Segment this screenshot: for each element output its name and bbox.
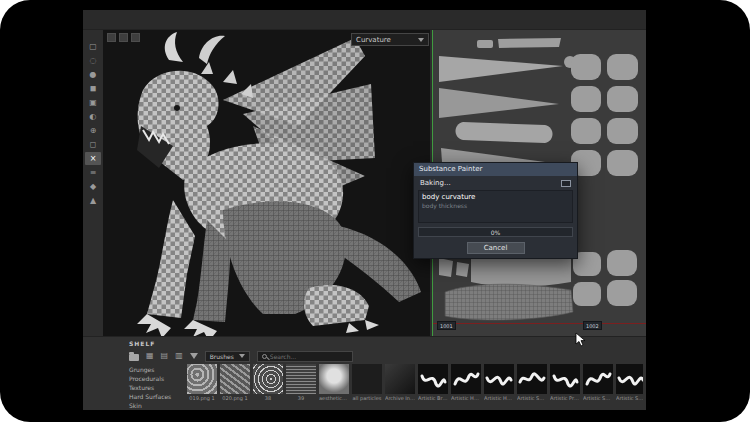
shelf-category-hard-surfaces[interactable]: Hard Surfaces [129,392,185,401]
chevron-down-icon [418,38,424,42]
shelf-category-textures[interactable]: Textures [129,383,185,392]
search-icon [262,354,267,359]
baking-status-text: Baking... [420,179,451,187]
top-menu-bar [83,10,646,30]
viewport-toolbar [107,33,140,42]
list-view-icon[interactable]: ▤ [161,351,169,361]
shelf-asset-label: Artistic Bru... [418,395,448,401]
tool-projection[interactable]: ▣ [85,96,101,109]
shelf-asset-preview [451,364,481,394]
shelf-asset[interactable]: Archive Inte... [385,364,415,401]
shelf-asset-label: 38 [253,395,283,401]
shelf-panel: SHELF ▦ ▤ ▥ Brushes GrungesProceduralsTe… [83,336,646,410]
tool-paint-brush[interactable]: ● [85,68,101,81]
asset-type-dropdown[interactable]: Brushes [205,351,250,362]
shelf-asset[interactable]: 019.png 1 [187,364,217,401]
shelf-asset-preview [286,364,316,394]
shelf-asset-label: Artistic Soft... [616,395,643,401]
folder-icon[interactable] [129,354,139,361]
shelf-asset[interactable]: Artistic Bru... [418,364,448,401]
shelf-asset-preview [385,364,415,394]
shelf-category-procedurals[interactable]: Procedurals [129,374,185,383]
bake-item-list: body curvature body thickness [418,190,573,223]
shelf-category-grunges[interactable]: Grunges [129,365,185,374]
shelf-asset[interactable]: 020.png 1 [220,364,250,401]
shelf-asset-label: 020.png 1 [220,395,250,401]
tool-eraser[interactable]: ◼ [85,82,101,95]
shelf-asset[interactable]: Artistic Soft... [517,364,547,401]
shelf-asset-preview [220,364,250,394]
shelf-category-skin[interactable]: Skin [129,401,185,410]
shelf-asset[interactable]: aesthetica... [319,364,349,401]
tool-polygon-fill[interactable]: ◐ [85,110,101,123]
shelf-asset-label: Archive Inte... [385,395,415,401]
tool-clone[interactable]: ◻ [85,138,101,151]
bake-counter-icon [561,180,571,187]
chevron-down-icon [239,354,245,358]
shelf-asset[interactable]: Artistic Hea... [484,364,514,401]
shelf-asset[interactable]: Artistic Hea... [451,364,481,401]
udim-tile-label: 1002 [583,321,602,330]
viewport-3d[interactable] [103,30,430,336]
tool-column: ▢◌●◼▣◐⊕◻×≡◆▲ [84,40,102,207]
channel-selector-label: Curvature [356,36,391,44]
shelf-asset[interactable]: Artistic Prin... [550,364,580,401]
shelf-asset[interactable]: 38 [253,364,283,401]
viewport-mode-icon[interactable] [107,33,116,42]
detail-view-icon[interactable]: ▥ [175,351,183,361]
shelf-asset-preview [253,364,283,394]
shelf-asset-label: Artistic Hea... [451,395,481,401]
shelf-asset-label: Artistic Prin... [550,395,580,401]
udim-tile-label: 1001 [437,321,456,330]
current-bake-item: body curvature [419,191,572,201]
mouse-cursor [575,332,586,347]
shelf-search[interactable] [257,351,353,362]
shelf-thumbnail-row: 019.png 1020.png 13839aesthetica...all p… [187,364,643,401]
shelf-title: SHELF [129,340,155,347]
shelf-asset-preview [319,364,349,394]
shelf-asset-label: Artistic Soft... [583,395,613,401]
screenshot-stage: Curvature ▢◌●◼▣◐⊕◻×≡◆▲ [0,0,750,422]
shelf-asset-label: 019.png 1 [187,395,217,401]
shelf-asset[interactable]: Artistic Soft... [583,364,613,401]
baking-dialog: Substance Painter Baking... body curvatu… [413,162,578,259]
shelf-asset-preview [616,364,643,394]
shelf-asset-label: 39 [286,395,316,401]
uv-tile-boundary-line [433,323,646,324]
tool-lasso[interactable]: ◌ [85,54,101,67]
shelf-toolbar: ▦ ▤ ▥ Brushes [129,349,353,363]
shelf-asset-preview [517,364,547,394]
viewport-camera-icon[interactable] [131,33,140,42]
channel-selector-dropdown[interactable]: Curvature [351,33,429,46]
shelf-asset[interactable]: 39 [286,364,316,401]
shelf-category-list: GrungesProceduralsTexturesHard SurfacesS… [129,365,185,410]
substance-painter-window: Curvature ▢◌●◼▣◐⊕◻×≡◆▲ [83,10,646,410]
shelf-asset[interactable]: all particles [352,364,382,401]
tool-geometry[interactable]: ▲ [85,194,101,207]
shelf-asset-preview [187,364,217,394]
viewport-shading-icon[interactable] [119,33,128,42]
dragon-model-render [103,30,430,336]
progress-bar: 0% [418,227,573,237]
filter-icon[interactable] [190,353,198,359]
shelf-asset-label: all particles [352,395,382,401]
asset-type-label: Brushes [210,353,234,360]
search-input[interactable] [270,353,348,360]
cancel-button[interactable]: Cancel [467,242,525,254]
shelf-asset-preview [352,364,382,394]
grid-view-icon[interactable]: ▦ [146,351,154,361]
shelf-asset[interactable]: Artistic Soft... [616,364,643,401]
shelf-asset-label: aesthetica... [319,395,349,401]
shelf-asset-preview [550,364,580,394]
tool-smudge[interactable]: ⊕ [85,124,101,137]
tool-layers[interactable]: ≡ [85,166,101,179]
tool-mask[interactable]: ◆ [85,180,101,193]
queued-bake-item: body thickness [419,201,572,210]
shelf-asset-preview [484,364,514,394]
tool-select[interactable]: ▢ [85,40,101,53]
shelf-asset-label: Artistic Hea... [484,395,514,401]
shelf-asset-preview [418,364,448,394]
tool-material-picker[interactable]: × [85,152,101,165]
shelf-asset-label: Artistic Soft... [517,395,547,401]
shelf-asset-preview [583,364,613,394]
